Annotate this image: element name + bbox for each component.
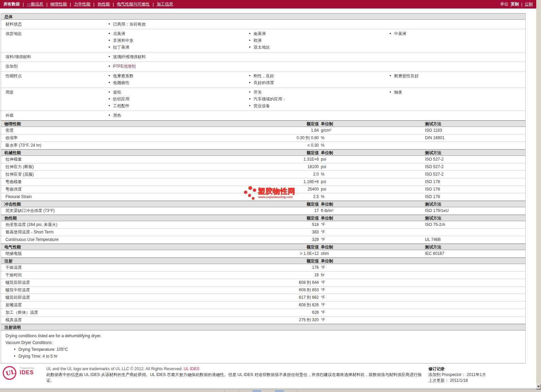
general-rows: 材料状态•已商用：当前有效供货地区•北美洲•非洲和中东•拉丁美洲•南美洲•欧洲•… <box>1 20 525 120</box>
bullet-item: •已商用：当前有效 <box>106 21 246 28</box>
bullet-icon: • <box>14 346 15 353</box>
nav-item-1[interactable]: 一般信息 <box>27 1 43 7</box>
property-unit: psi <box>321 163 326 170</box>
bullet-text: 南美洲 <box>253 30 266 37</box>
property-row: 射嘴温度608 到 626°F <box>1 301 525 309</box>
bullet-text: 纺织应用 <box>113 96 129 102</box>
test-method-value: UL 746B <box>425 236 441 243</box>
property-value: 2.0 <box>239 171 319 178</box>
property-unit: ohm <box>321 250 329 257</box>
general-col-1: •北美洲•非洲和中东•拉丁美洲 <box>106 30 246 51</box>
status-bar-separator <box>297 390 298 392</box>
revision-updated-label: 上次更新： <box>428 378 449 383</box>
property-name: 吸水率 (73°F, 24 hr) <box>5 142 42 149</box>
property-row: 热变形温度 (264 psi, 未退火)518°FISO 75-2/A <box>1 221 525 229</box>
bullet-icon: • <box>249 79 250 86</box>
general-col-3 <box>387 53 525 60</box>
bullet-text: 非洲和中东 <box>113 37 133 44</box>
general-col-2: •刚性，良好•良好的强度 <box>246 72 387 86</box>
vertical-scrollbar[interactable] <box>536 0 541 389</box>
test-method-value: ISO 75-2/A <box>425 221 445 228</box>
property-value: 176 <box>239 264 319 271</box>
general-col-2 <box>246 63 387 70</box>
ul-circle-icon: UL <box>3 366 16 380</box>
property-row: Flexural Strain2.5%ISO 178 <box>1 193 525 201</box>
test-method-value: ISO 527-2 <box>425 171 444 178</box>
property-name: 螺筒前部温度 <box>5 294 30 301</box>
scroll-down-button[interactable] <box>536 384 541 389</box>
general-col-2 <box>246 21 387 28</box>
bullet-item: •营业设备 <box>246 102 387 109</box>
property-name: Continuous Use Temperature <box>5 236 59 243</box>
column-header-rating: 额定值 <box>239 121 319 127</box>
test-method-value: ISO 178 <box>425 186 440 193</box>
nav-item-5[interactable]: 电气性能与可燃性 <box>117 1 150 7</box>
general-row: 用途•齿轮•纺织应用•工程配件•开关•汽车领域的应用：•营业设备•轴承 <box>1 88 525 111</box>
general-col-1: •低摩擦系数•低翘曲性 <box>106 72 246 86</box>
general-row: 填料/增强材料•玻璃纤维增强材料 <box>1 52 525 62</box>
revision-updated-row: 上次更新： 2011/1/18 <box>428 378 486 383</box>
column-header-rating: 额定值 <box>239 201 319 208</box>
property-unit: % <box>321 134 325 142</box>
ides-brand: IDES <box>20 370 34 376</box>
test-method-value: ISO 527-2 <box>425 156 444 163</box>
ul-mark-text: UL <box>5 368 15 377</box>
property-value: 16 <box>239 272 319 279</box>
property-unit: °F <box>321 294 325 301</box>
bullet-icon: • <box>249 30 250 37</box>
column-header-unit-system: 单位制 <box>321 258 333 264</box>
property-unit: °F <box>321 309 325 316</box>
bullet-item: •齿轮 <box>106 89 246 96</box>
general-col-2 <box>246 112 387 119</box>
general-row: 添加剂•PTFE润滑剂 <box>1 62 525 71</box>
property-name: 螺筒中部温度 <box>5 287 30 294</box>
property-value: 329 <box>239 236 319 243</box>
nav-item-0[interactable]: 所有数据 <box>3 1 20 7</box>
note-bullet: •Drying Temperature: 105°C <box>1 346 525 353</box>
general-col-1: •黑色 <box>106 112 246 119</box>
general-col-2 <box>246 53 387 60</box>
property-name: 热变形温度 (264 psi, 未退火) <box>5 221 58 228</box>
bullet-icon: • <box>249 89 250 96</box>
nav-item-6[interactable]: 加工信息 <box>157 1 173 7</box>
column-header-unit-system: 单位制 <box>321 244 333 250</box>
bullet-icon: • <box>14 353 15 360</box>
test-method-value: ISO 178 <box>425 193 440 200</box>
general-col-1: •已商用：当前有效 <box>106 21 246 28</box>
property-value: > 1.0E+12 <box>239 250 319 257</box>
test-method-value: ISO 179/1eU <box>425 207 448 214</box>
bullet-icon: • <box>109 112 110 119</box>
ul-ides-link[interactable]: UL IDES <box>184 366 199 371</box>
column-header-test-method: 测试方法 <box>425 201 441 208</box>
bullet-text: PTFE润滑剂 <box>113 63 136 70</box>
arrow-down-icon <box>538 386 540 387</box>
bullet-icon: • <box>109 53 110 60</box>
bullet-item: •纺织应用 <box>106 96 246 102</box>
general-row-label: 材料状态 <box>1 21 106 28</box>
note-paragraph: Drying conditions listed are for a dehum… <box>1 332 525 339</box>
bullet-text: 轴承 <box>394 89 402 96</box>
property-value: 518 <box>239 221 319 228</box>
revision-record: 修订记录 添加到 Prospector： 2011年1月 上次更新： 2011/… <box>428 366 486 383</box>
column-header-test-method: 测试方法 <box>425 215 441 222</box>
unit-metric-link[interactable]: 公制 <box>525 1 533 7</box>
property-row: 收缩率0.30 到 0.80%DIN 16901 <box>1 134 525 142</box>
property-row: 绝缘电阻> 1.0E+12ohmIEC 60167 <box>1 250 525 258</box>
property-unit: g/cm³ <box>321 127 331 134</box>
property-value: 626 <box>239 309 319 316</box>
section-title: 总体 <box>4 14 13 20</box>
property-name: 收缩率 <box>5 134 18 142</box>
bullet-text: 营业设备 <box>253 102 270 109</box>
bullet-item: •汽车领域的应用： <box>246 96 387 102</box>
bullet-text: 中美洲 <box>394 30 406 37</box>
nav-item-2[interactable]: 物理性能 <box>50 1 67 7</box>
bullet-item: •PTFE润滑剂 <box>106 63 246 70</box>
nav-item-3[interactable]: 力学性能 <box>74 1 90 7</box>
bullet-icon: • <box>249 96 250 102</box>
nav-item-4[interactable]: 热性能 <box>98 1 110 7</box>
general-row: 供货地区•北美洲•非洲和中东•拉丁美洲•南美洲•欧洲•亚太地区•中美洲 <box>1 29 525 52</box>
section-header-general: 总体 <box>1 13 525 20</box>
section-title: 热性能 <box>4 215 17 222</box>
bullet-icon: • <box>109 44 110 51</box>
bullet-item: •低翘曲性 <box>106 79 246 86</box>
